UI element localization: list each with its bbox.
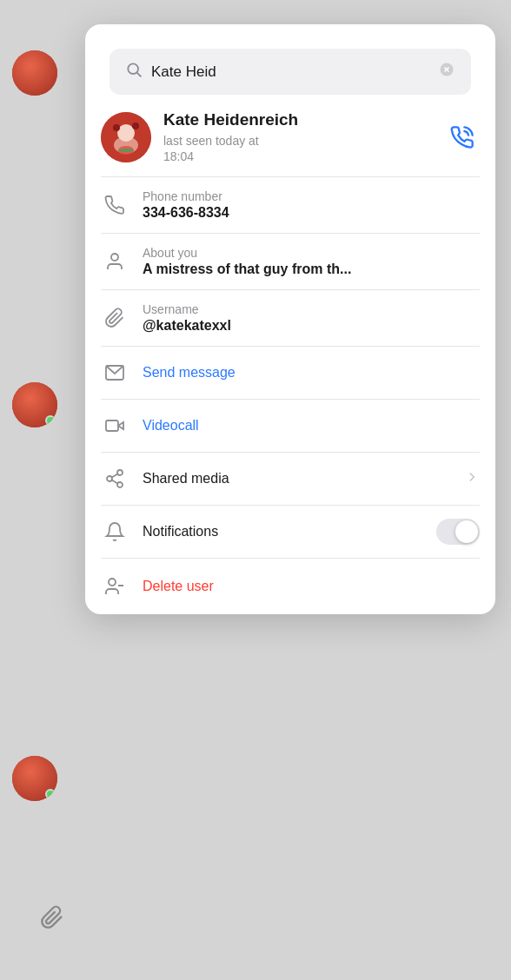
username-content: Username @katekatexxl <box>143 302 480 334</box>
about-content: About you A mistress of that guy from th… <box>143 246 480 277</box>
call-button[interactable] <box>445 120 480 155</box>
shared-media-content: Shared media <box>143 471 450 487</box>
about-row: About you A mistress of that guy from th… <box>85 234 495 289</box>
svg-point-7 <box>117 124 135 142</box>
bg-avatar-1 <box>12 50 57 96</box>
contact-avatar <box>101 112 151 162</box>
search-icon <box>125 61 143 83</box>
bg-clip-icon <box>40 905 64 935</box>
notifications-toggle[interactable] <box>436 519 480 545</box>
svg-line-19 <box>112 474 118 478</box>
person-icon <box>101 248 129 275</box>
username-value: @katekatexxl <box>143 318 480 334</box>
phone-label: Phone number <box>143 189 480 203</box>
share-icon <box>101 465 129 493</box>
send-message-content: Send message <box>143 365 480 381</box>
delete-user-row[interactable]: Delete user <box>85 559 495 614</box>
videocall-row[interactable]: Videocall <box>85 400 495 452</box>
contact-header: Kate Heidenreich last seen today at18:04 <box>85 95 495 176</box>
svg-point-15 <box>117 470 123 475</box>
send-message-row[interactable]: Send message <box>85 347 495 399</box>
videocall-label: Videocall <box>143 418 480 434</box>
toggle-thumb <box>455 520 478 543</box>
svg-point-9 <box>132 122 139 129</box>
svg-point-16 <box>107 476 112 481</box>
send-message-label: Send message <box>143 365 480 381</box>
videocall-content: Videocall <box>143 418 480 434</box>
bg-avatar-3 <box>12 756 57 801</box>
phone-icon <box>101 191 129 219</box>
svg-point-8 <box>113 124 120 131</box>
notifications-row: Notifications <box>85 506 495 558</box>
svg-point-17 <box>117 482 123 487</box>
contact-info: Kate Heidenreich last seen today at18:04 <box>163 110 433 164</box>
svg-line-18 <box>112 480 118 484</box>
phone-row: Phone number 334-636-8334 <box>85 177 495 233</box>
clear-search-button[interactable] <box>438 61 455 83</box>
bell-icon <box>101 518 129 546</box>
phone-content: Phone number 334-636-8334 <box>143 189 480 221</box>
mail-icon <box>101 359 129 387</box>
svg-point-0 <box>128 63 138 74</box>
chevron-right-icon <box>464 469 480 489</box>
svg-line-1 <box>137 73 142 77</box>
svg-point-20 <box>109 579 116 586</box>
clip-icon <box>101 304 129 332</box>
about-value: A mistress of that guy from th... <box>143 262 480 277</box>
search-bar[interactable]: Kate Heid <box>110 49 471 95</box>
notifications-content: Notifications <box>143 524 422 540</box>
video-icon <box>101 412 129 440</box>
about-label: About you <box>143 246 480 260</box>
shared-media-row[interactable]: Shared media <box>85 453 495 505</box>
svg-point-11 <box>118 149 134 152</box>
notifications-label: Notifications <box>143 524 422 540</box>
search-input[interactable]: Kate Heid <box>151 63 429 81</box>
username-row: Username @katekatexxl <box>85 290 495 346</box>
username-label: Username <box>143 302 480 316</box>
bg-avatar-2 <box>12 382 57 427</box>
shared-media-label: Shared media <box>143 471 450 487</box>
person-minus-icon <box>101 573 129 600</box>
contact-status: last seen today at18:04 <box>163 133 433 164</box>
search-bar-wrapper: Kate Heid <box>85 24 495 95</box>
contact-name: Kate Heidenreich <box>163 110 433 130</box>
svg-rect-14 <box>106 420 118 431</box>
phone-value: 334-636-8334 <box>143 205 480 221</box>
contact-panel: Kate Heid <box>85 24 495 614</box>
svg-point-12 <box>111 254 118 261</box>
delete-user-label: Delete user <box>143 579 214 594</box>
